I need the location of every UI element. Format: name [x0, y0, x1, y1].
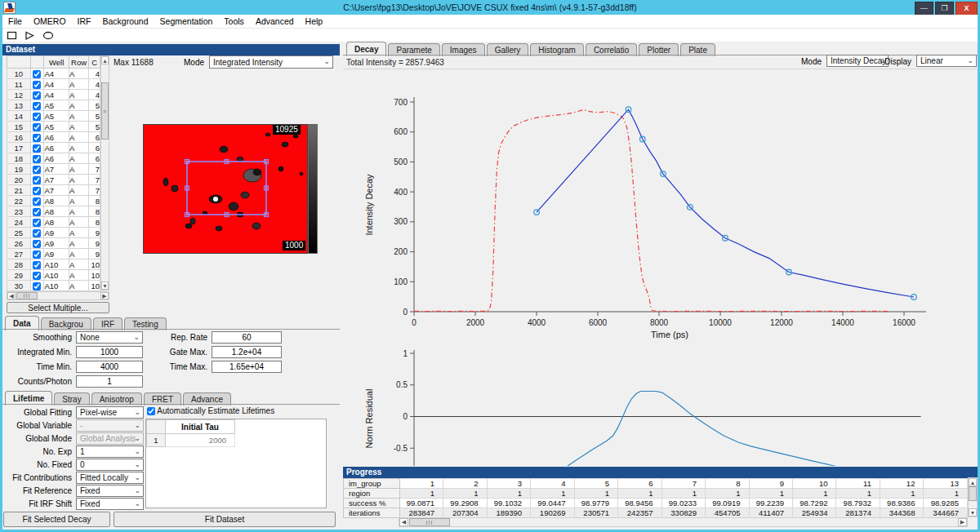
roi-handle[interactable] — [185, 213, 189, 217]
menu-help[interactable]: Help — [300, 16, 329, 26]
row-checkbox[interactable] — [33, 261, 41, 269]
ellipse-roi-icon[interactable] — [42, 30, 54, 41]
field-select[interactable]: Fixed⌄ — [76, 485, 144, 497]
row-checkbox[interactable] — [33, 208, 41, 216]
table-row[interactable]: 13A5A5 — [7, 100, 100, 111]
field-input[interactable] — [212, 346, 282, 358]
menu-file[interactable]: File — [2, 16, 28, 26]
row-checkbox[interactable] — [33, 282, 41, 290]
roi-handle[interactable] — [265, 160, 269, 164]
display-select[interactable]: Linear ⌄ — [916, 55, 977, 67]
menu-advanced[interactable]: Advanced — [250, 16, 300, 26]
table-row[interactable]: 18A6A6 — [7, 153, 100, 164]
maximize-button[interactable]: ❐ — [935, 2, 954, 16]
field-select[interactable]: Fixed⌄ — [76, 498, 144, 510]
row-checkbox[interactable] — [33, 113, 41, 121]
table-row[interactable]: 15A5A5 — [7, 122, 100, 132]
table-row[interactable]: 22A8A8 — [7, 196, 100, 206]
row-checkbox[interactable] — [33, 102, 41, 110]
field-select[interactable]: 1⌄ — [76, 446, 144, 458]
fit-selected-decay-button[interactable]: Fit Selected Decay — [3, 512, 110, 527]
row-checkbox[interactable] — [33, 197, 41, 206]
row-checkbox[interactable] — [33, 134, 41, 142]
roi-handle[interactable] — [225, 213, 229, 217]
field-input[interactable] — [212, 331, 282, 344]
field-label: Rep. Rate — [139, 333, 207, 342]
table-row[interactable]: 19A7A7 — [7, 164, 100, 175]
table-row[interactable]: 27A9A9 — [7, 249, 100, 259]
row-checkbox[interactable] — [33, 155, 41, 163]
table-row[interactable]: 26A9A9 — [7, 238, 100, 249]
menu-tools[interactable]: Tools — [218, 16, 250, 26]
table-row[interactable]: 11A4A4 — [7, 79, 100, 90]
roi-handle[interactable] — [225, 160, 229, 164]
tau-row-value[interactable]: 2000 — [166, 434, 235, 447]
row-checkbox[interactable] — [33, 187, 41, 195]
row-checkbox[interactable] — [33, 91, 41, 100]
table-row[interactable]: 28A10A10 — [7, 259, 100, 270]
polygon-roi-icon[interactable] — [24, 30, 35, 41]
field-input[interactable] — [76, 346, 143, 358]
roi-handle[interactable] — [185, 160, 189, 164]
table-row[interactable]: 30A10A10 — [7, 281, 100, 291]
row-checkbox[interactable] — [33, 272, 41, 280]
table-row[interactable]: 12A4A4 — [7, 90, 100, 100]
fit-dataset-button[interactable]: Fit Dataset — [114, 512, 336, 527]
menu-background[interactable]: Background — [97, 16, 154, 26]
table-row[interactable]: 29A10A10 — [7, 270, 100, 281]
roi-handle[interactable] — [265, 186, 269, 190]
progress-vscrollbar[interactable]: ▲ ▼ — [968, 477, 978, 517]
field-input[interactable] — [76, 361, 143, 373]
row-checkbox[interactable] — [33, 229, 41, 237]
field-input[interactable] — [76, 375, 143, 388]
decay-and-residual-charts[interactable]: 0100200300400500600700020004000600080001… — [343, 69, 978, 466]
dataset-vscrollbar[interactable]: ▲ ≡ ▼ — [100, 55, 109, 290]
table-row[interactable]: 10A4A4 — [7, 69, 100, 79]
roi-handle[interactable] — [265, 213, 269, 217]
menu-segmentation[interactable]: Segmentation — [154, 16, 219, 26]
colorbar — [308, 124, 318, 254]
table-row[interactable]: 23A8A8 — [7, 206, 100, 217]
dataset-table[interactable]: WellRowC10A4A411A4A412A4A413A5A514A5A515… — [7, 55, 100, 291]
row-checkbox[interactable] — [33, 144, 41, 153]
table-row[interactable]: 24A8A8 — [7, 217, 100, 228]
row-checkbox[interactable] — [33, 70, 41, 78]
total-intensity-label: Total Intensity = 2857.9463 — [346, 58, 444, 67]
svg-text:1: 1 — [403, 349, 408, 358]
close-button[interactable]: X — [956, 2, 978, 16]
table-row[interactable]: 25A9A9 — [7, 228, 100, 238]
row-checkbox[interactable] — [33, 166, 41, 174]
progress-hscrollbar[interactable]: ◀ III ▶ — [399, 517, 968, 527]
roi-handle[interactable] — [185, 186, 189, 190]
field-label: Time Max. — [139, 362, 207, 371]
chevron-down-icon: ⌄ — [134, 473, 140, 481]
field-select[interactable]: Fitted Locally⌄ — [76, 472, 144, 484]
dataset-mode-select[interactable]: Integrated Intensity ⌄ — [209, 55, 333, 69]
row-checkbox[interactable] — [33, 219, 41, 227]
table-row[interactable]: 14A5A5 — [7, 111, 100, 122]
menu-omero[interactable]: OMERO — [28, 16, 72, 26]
table-row[interactable]: 20A7A7 — [7, 175, 100, 185]
row-checkbox[interactable] — [33, 240, 41, 248]
table-row[interactable]: 17A6A6 — [7, 143, 100, 153]
select-multiple-button[interactable]: Select Multiple... — [7, 302, 109, 313]
table-row[interactable]: 21A7A7 — [7, 185, 100, 196]
row-checkbox[interactable] — [33, 250, 41, 259]
auto-estimate-checkbox-row[interactable]: Automatically Estimate Lifetimes — [147, 406, 274, 415]
dataset-col-header: C — [89, 56, 100, 69]
initial-tau-table[interactable]: Initial Tau 1 2000 — [145, 419, 327, 508]
intensity-image[interactable] — [143, 124, 308, 254]
minimize-button[interactable]: — — [915, 2, 933, 16]
auto-estimate-checkbox[interactable] — [147, 407, 155, 415]
menu-irf[interactable]: IRF — [72, 16, 97, 26]
rectangle-roi-icon[interactable] — [7, 30, 17, 41]
dataset-hscrollbar[interactable]: ◀ III ▶ — [7, 291, 109, 300]
row-checkbox[interactable] — [33, 81, 41, 89]
row-checkbox[interactable] — [33, 176, 41, 184]
field-select[interactable]: Pixel-wise⌄ — [76, 406, 144, 419]
row-checkbox[interactable] — [33, 123, 41, 131]
field-select[interactable]: None⌄ — [76, 331, 143, 344]
field-input[interactable] — [212, 361, 282, 373]
table-row[interactable]: 16A6A6 — [7, 132, 100, 143]
field-select[interactable]: 0⌄ — [76, 459, 144, 471]
